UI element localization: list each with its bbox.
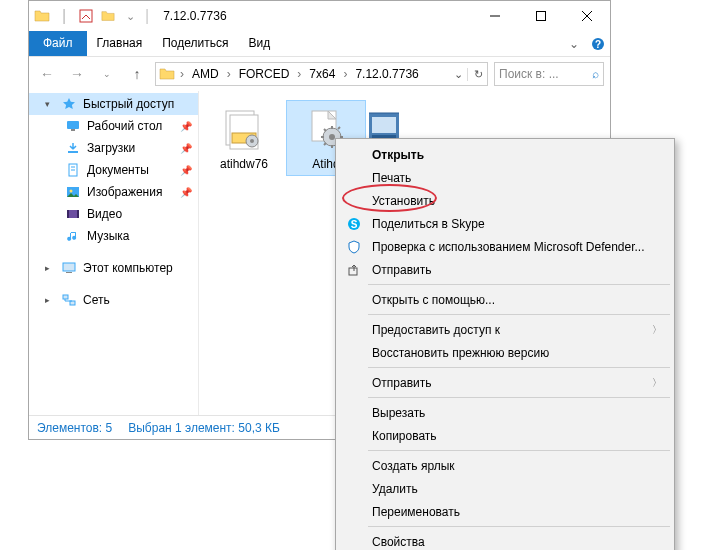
downloads-icon bbox=[65, 140, 81, 156]
sidebar-this-pc[interactable]: ▸ Этот компьютер bbox=[29, 257, 198, 279]
shield-icon bbox=[344, 239, 364, 255]
breadcrumb-item[interactable]: AMD bbox=[188, 67, 223, 81]
ctx-send-to[interactable]: Отправить〉 bbox=[338, 371, 672, 394]
window-title: 7.12.0.7736 bbox=[163, 9, 226, 23]
ctx-install[interactable]: Установить bbox=[338, 189, 672, 212]
breadcrumb-item[interactable]: 7.12.0.7736 bbox=[351, 67, 422, 81]
ribbon: Файл Главная Поделиться Вид ⌄ ? bbox=[29, 31, 610, 57]
title-bar: | ⌄ | 7.12.0.7736 bbox=[29, 1, 610, 31]
documents-icon bbox=[65, 162, 81, 178]
svg-rect-29 bbox=[372, 117, 396, 133]
refresh-icon[interactable]: ↻ bbox=[467, 68, 483, 81]
pin-icon: 📌 bbox=[180, 121, 198, 132]
context-menu: Открыть Печать Установить SПоделиться в … bbox=[335, 138, 675, 550]
ctx-open-with[interactable]: Открыть с помощью... bbox=[338, 288, 672, 311]
folder-small-icon[interactable] bbox=[99, 7, 117, 25]
ctx-defender-scan[interactable]: Проверка с использованием Microsoft Defe… bbox=[338, 235, 672, 258]
ctx-rename[interactable]: Переименовать bbox=[338, 500, 672, 523]
file-item[interactable]: atihdw76 bbox=[205, 101, 283, 175]
breadcrumb-bar[interactable]: › AMD › FORCED › 7x64 › 7.12.0.7736 ⌄ ↻ bbox=[155, 62, 488, 86]
svg-text:?: ? bbox=[595, 39, 601, 50]
minimize-button[interactable] bbox=[472, 1, 518, 31]
file-tab[interactable]: Файл bbox=[29, 31, 87, 56]
address-bar: ← → ⌄ ↑ › AMD › FORCED › 7x64 › 7.12.0.7… bbox=[29, 57, 610, 91]
history-dropdown-icon[interactable]: ⌄ bbox=[95, 62, 119, 86]
ctx-print[interactable]: Печать bbox=[338, 166, 672, 189]
chevron-right-icon[interactable]: › bbox=[225, 67, 233, 81]
chevron-right-icon[interactable]: › bbox=[341, 67, 349, 81]
svg-point-12 bbox=[70, 190, 73, 193]
search-input[interactable]: Поиск в: ... ⌕ bbox=[494, 62, 604, 86]
qat-dropdown-icon[interactable]: ⌄ bbox=[121, 7, 139, 25]
up-button[interactable]: ↑ bbox=[125, 62, 149, 86]
sidebar-item-label: Музыка bbox=[87, 229, 129, 243]
ctx-properties[interactable]: Свойства bbox=[338, 530, 672, 550]
help-icon[interactable]: ? bbox=[586, 31, 610, 56]
svg-rect-33 bbox=[349, 268, 357, 275]
sidebar-item-label: Видео bbox=[87, 207, 122, 221]
ctx-skype-share[interactable]: SПоделиться в Skype bbox=[338, 212, 672, 235]
close-button[interactable] bbox=[564, 1, 610, 31]
chevron-right-icon[interactable]: › bbox=[178, 67, 186, 81]
svg-rect-6 bbox=[71, 129, 75, 131]
ribbon-expand-icon[interactable]: ⌄ bbox=[562, 31, 586, 56]
sidebar-network[interactable]: ▸ Сеть bbox=[29, 289, 198, 311]
separator bbox=[368, 314, 670, 315]
sidebar-item-pictures[interactable]: Изображения 📌 bbox=[29, 181, 198, 203]
sidebar-item-label: Рабочий стол bbox=[87, 119, 162, 133]
status-selection: Выбран 1 элемент: 50,3 КБ bbox=[128, 421, 280, 435]
pin-icon: 📌 bbox=[180, 143, 198, 154]
folder-icon bbox=[33, 7, 51, 25]
svg-rect-14 bbox=[67, 210, 69, 218]
chevron-down-icon[interactable]: ▾ bbox=[45, 99, 55, 109]
sidebar-item-label: Загрузки bbox=[87, 141, 135, 155]
sidebar-item-desktop[interactable]: Рабочий стол 📌 bbox=[29, 115, 198, 137]
forward-button[interactable]: → bbox=[65, 62, 89, 86]
maximize-button[interactable] bbox=[518, 1, 564, 31]
chevron-right-icon[interactable]: ▸ bbox=[45, 263, 55, 273]
tab-home[interactable]: Главная bbox=[87, 31, 153, 56]
separator bbox=[368, 397, 670, 398]
sidebar-quick-access[interactable]: ▾ Быстрый доступ bbox=[29, 93, 198, 115]
svg-text:S: S bbox=[351, 219, 358, 230]
svg-rect-16 bbox=[63, 263, 75, 271]
properties-icon[interactable] bbox=[77, 7, 95, 25]
ctx-create-shortcut[interactable]: Создать ярлык bbox=[338, 454, 672, 477]
separator bbox=[368, 450, 670, 451]
star-icon bbox=[61, 96, 77, 112]
videos-icon bbox=[65, 206, 81, 222]
ctx-open[interactable]: Открыть bbox=[338, 143, 672, 166]
tab-view[interactable]: Вид bbox=[238, 31, 280, 56]
ctx-send[interactable]: Отправить bbox=[338, 258, 672, 281]
address-dropdown-icon[interactable]: ⌄ bbox=[454, 68, 463, 81]
ctx-delete[interactable]: Удалить bbox=[338, 477, 672, 500]
chevron-right-icon[interactable]: › bbox=[295, 67, 303, 81]
share-icon bbox=[344, 262, 364, 278]
tab-share[interactable]: Поделиться bbox=[152, 31, 238, 56]
sidebar-item-documents[interactable]: Документы 📌 bbox=[29, 159, 198, 181]
sidebar-item-videos[interactable]: Видео bbox=[29, 203, 198, 225]
sidebar-item-downloads[interactable]: Загрузки 📌 bbox=[29, 137, 198, 159]
svg-rect-7 bbox=[68, 151, 78, 153]
svg-rect-18 bbox=[63, 295, 68, 299]
sidebar-item-label: Изображения bbox=[87, 185, 162, 199]
ctx-grant-access[interactable]: Предоставить доступ к〉 bbox=[338, 318, 672, 341]
back-button[interactable]: ← bbox=[35, 62, 59, 86]
ctx-cut[interactable]: Вырезать bbox=[338, 401, 672, 424]
sidebar-item-music[interactable]: Музыка bbox=[29, 225, 198, 247]
svg-rect-5 bbox=[67, 121, 79, 129]
folder-icon bbox=[158, 65, 176, 83]
skype-icon: S bbox=[344, 216, 364, 232]
pc-icon bbox=[61, 260, 77, 276]
separator bbox=[368, 526, 670, 527]
ctx-restore-version[interactable]: Восстановить прежнюю версию bbox=[338, 341, 672, 364]
submenu-icon: 〉 bbox=[652, 323, 662, 337]
breadcrumb-item[interactable]: FORCED bbox=[235, 67, 294, 81]
pictures-icon bbox=[65, 184, 81, 200]
chevron-right-icon[interactable]: ▸ bbox=[45, 295, 55, 305]
svg-rect-15 bbox=[77, 210, 79, 218]
ctx-copy[interactable]: Копировать bbox=[338, 424, 672, 447]
network-icon bbox=[61, 292, 77, 308]
breadcrumb-item[interactable]: 7x64 bbox=[305, 67, 339, 81]
qat-divider: | bbox=[55, 7, 73, 25]
